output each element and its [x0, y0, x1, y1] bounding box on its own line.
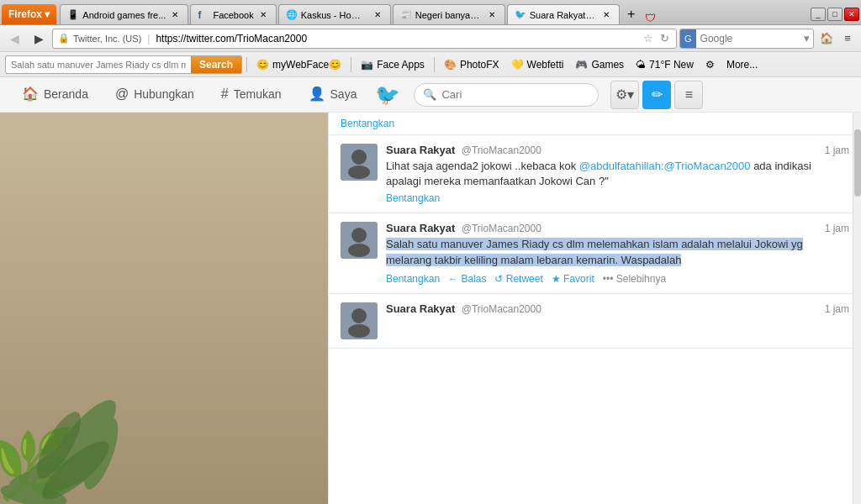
back-button[interactable]: ◀ — [3, 29, 25, 49]
bookmark-faceapps[interactable]: 📷 Face Apps — [356, 55, 430, 74]
bookmark-search-container[interactable]: Search — [5, 55, 242, 74]
tweet-text-2: Salah satu manuver James Riady cs dlm me… — [386, 237, 849, 267]
tab-kaskus[interactable]: 🌐 Kaskus - Home Log... ✕ — [278, 4, 391, 24]
bookmark-settings[interactable]: ⚙ — [700, 55, 720, 74]
twitter-search-icon: 🔍 — [423, 88, 436, 101]
forward-icon: ▶ — [34, 32, 44, 45]
scrollbar[interactable] — [853, 113, 861, 504]
tweet-actions-1: Bentangkan — [386, 192, 849, 204]
search-button[interactable]: Search — [191, 55, 241, 74]
tab-suara[interactable]: 🐦 Suara Rakyat (Trio... ✕ — [507, 4, 620, 24]
tab-android[interactable]: 📱 Android games fre... ✕ — [60, 4, 188, 24]
firefox-button[interactable]: Firefox ▾ — [2, 4, 56, 24]
bookmark-separator-2 — [351, 57, 351, 72]
tab-favicon-negeri: 📰 — [400, 9, 412, 21]
nav-item-discover[interactable]: # Temukan — [208, 77, 295, 113]
photofx-label: PhotoFX — [460, 59, 499, 71]
avatar-1 — [341, 144, 378, 181]
bookmark-mywebface[interactable]: 😊 myWebFace😊 — [251, 55, 346, 74]
maximize-button[interactable]: □ — [827, 8, 843, 21]
twitter-compose-button[interactable]: ✏ — [642, 81, 671, 109]
svg-point-11 — [351, 228, 367, 243]
nav-item-home[interactable]: 🏠 Beranda — [8, 77, 102, 113]
bookmark-photofx[interactable]: 🎨 PhotoFX — [439, 55, 504, 74]
ssl-icon: 🔒 — [58, 33, 70, 44]
bookmark-search-input[interactable] — [6, 60, 191, 70]
tweet-time-1: 1 jam — [825, 144, 849, 156]
forward-button[interactable]: ▶ — [28, 29, 50, 49]
avatar-image-2 — [341, 222, 378, 259]
security-icons: 🛡 — [645, 12, 656, 24]
twitter-navigation: 🏠 Beranda @ Hubungkan # Temukan 👤 Saya 🐦… — [0, 77, 861, 113]
search-input[interactable] — [696, 33, 800, 45]
avatar-image-1 — [341, 144, 378, 181]
mywebface-label: myWebFace😊 — [272, 59, 341, 71]
refresh-icon[interactable]: ↻ — [658, 32, 671, 45]
tweet-body-1: Suara Rakyat @TrioMacan2000 1 jam Lihat … — [386, 144, 849, 204]
tweet-actions-2[interactable]: Bentangkan ← Balas ↺ Retweet ★ Favorit •… — [386, 273, 849, 285]
tab-close-negeri[interactable]: ✕ — [486, 9, 498, 21]
home-nav-icon: 🏠 — [22, 86, 39, 102]
close-button[interactable]: ✕ — [844, 8, 859, 21]
tab-close-facebook[interactable]: ✕ — [257, 9, 269, 21]
tab-close-suara[interactable]: ✕ — [600, 9, 612, 21]
twitter-settings-button[interactable]: ⚙▾ — [610, 81, 639, 109]
tweet-author-2: Suara Rakyat @TrioMacan2000 — [386, 222, 541, 234]
tab-label-kaskus: Kaskus - Home Log... — [301, 10, 368, 20]
tab-close-kaskus[interactable]: ✕ — [372, 9, 383, 21]
nav-item-me[interactable]: 👤 Saya — [295, 77, 371, 113]
twitter-settings-icon: ⚙▾ — [615, 87, 634, 102]
bentangkan-2[interactable]: Bentangkan — [386, 273, 440, 285]
home-button[interactable]: 🏠 — [816, 29, 837, 49]
nav-item-connect[interactable]: @ Hubungkan — [102, 77, 208, 113]
tweet-header-2: Suara Rakyat @TrioMacan2000 1 jam — [386, 222, 849, 234]
url-input[interactable] — [156, 33, 638, 45]
me-nav-label: Saya — [330, 87, 357, 101]
tab-label-suara: Suara Rakyat (Trio... — [530, 10, 597, 20]
twitter-search-input[interactable] — [441, 88, 589, 101]
site-info: Twitter, Inc. (US) — [73, 34, 141, 44]
search-go-icon[interactable]: ▾ — [800, 32, 813, 45]
games-label: Games — [591, 59, 624, 71]
tweet-body-2: Suara Rakyat @TrioMacan2000 1 jam Salah … — [386, 222, 849, 284]
bentangkan-1[interactable]: Bentangkan — [386, 192, 440, 204]
bentangkan-top[interactable]: Bentangkan — [329, 113, 861, 135]
tweet-body-3: Suara Rakyat @TrioMacan2000 1 jam — [386, 302, 849, 339]
bookmark-webfetti[interactable]: 💛 Webfetti — [506, 55, 569, 74]
scrollbar-thumb[interactable] — [854, 129, 861, 197]
tweets-panel[interactable]: Bentangkan Suara Rakyat @TrioMacan2000 1… — [328, 113, 861, 504]
retweet-button[interactable]: ↺ Retweet — [494, 273, 542, 285]
bookmark-star-icon[interactable]: ☆ — [642, 32, 655, 45]
tab-close-android[interactable]: ✕ — [169, 9, 181, 21]
svg-point-15 — [348, 324, 370, 338]
menu-button[interactable]: ≡ — [837, 29, 858, 49]
search-box[interactable]: G ▾ — [679, 29, 814, 49]
twitter-search-bar[interactable]: 🔍 — [414, 83, 599, 107]
weather-icon: 🌤 — [636, 59, 646, 71]
nav-extra-buttons: 🏠 ≡ — [816, 29, 858, 49]
faceapps-icon: 📷 — [361, 59, 373, 71]
tweet-mention-1a[interactable]: @abdulfatahillah: — [579, 160, 664, 172]
more-actions-button[interactable]: ••• Selebihnya — [603, 273, 666, 285]
tab-label-android: Android games fre... — [82, 10, 166, 20]
tab-favicon-facebook: f — [198, 9, 209, 21]
reply-button[interactable]: ← Balas — [448, 273, 486, 285]
bookmarks-bar: Search 😊 myWebFace😊 📷 Face Apps 🎨 PhotoF… — [0, 52, 861, 77]
tab-facebook[interactable]: f Facebook ✕ — [190, 4, 276, 24]
add-tab-button[interactable]: + — [621, 4, 642, 24]
bookmark-weather[interactable]: 🌤 71°F New — [631, 55, 699, 74]
weather-label: 71°F New — [649, 59, 694, 71]
tab-negeri[interactable]: 📰 Negeri banyakan pr... ✕ — [393, 4, 505, 24]
favorite-button[interactable]: ★ Favorit — [552, 273, 594, 285]
twitter-menu-button[interactable]: ≡ — [674, 81, 703, 109]
tweet-item-2: Suara Rakyat @TrioMacan2000 1 jam Salah … — [329, 213, 861, 293]
address-bar[interactable]: 🔒 Twitter, Inc. (US) | ☆ ↻ — [52, 29, 677, 49]
bookmark-separator-3 — [434, 57, 435, 72]
tweet-handle-1: @TrioMacan2000 — [462, 144, 541, 156]
avatar-3 — [341, 302, 378, 339]
bookmark-games[interactable]: 🎮 Games — [570, 55, 629, 74]
tweet-mention-1b[interactable]: @TrioMacan2000 — [663, 160, 750, 172]
tweet-time-2: 1 jam — [825, 223, 849, 234]
minimize-button[interactable]: _ — [811, 8, 826, 21]
bookmark-more[interactable]: More... — [721, 55, 763, 74]
